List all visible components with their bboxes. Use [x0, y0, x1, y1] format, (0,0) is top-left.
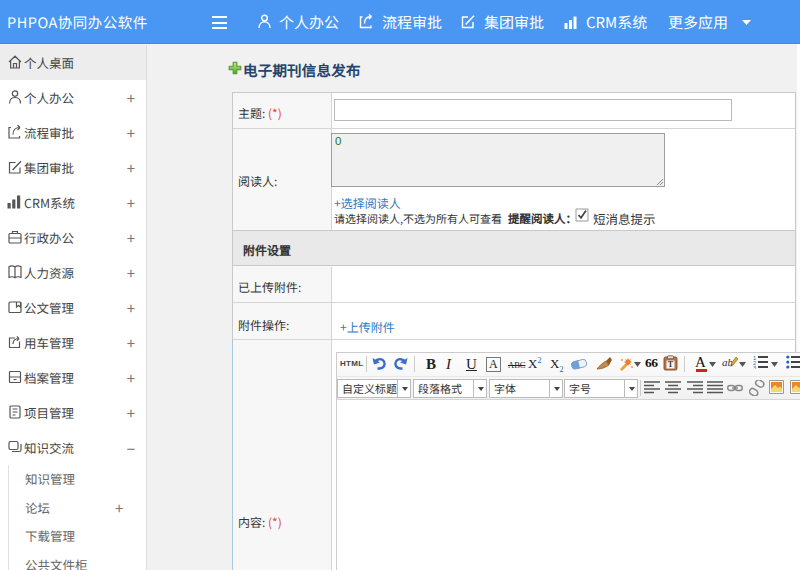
svg-text:ab: ab	[722, 356, 734, 368]
svg-text:3: 3	[753, 365, 756, 369]
svg-text:T: T	[668, 360, 674, 369]
